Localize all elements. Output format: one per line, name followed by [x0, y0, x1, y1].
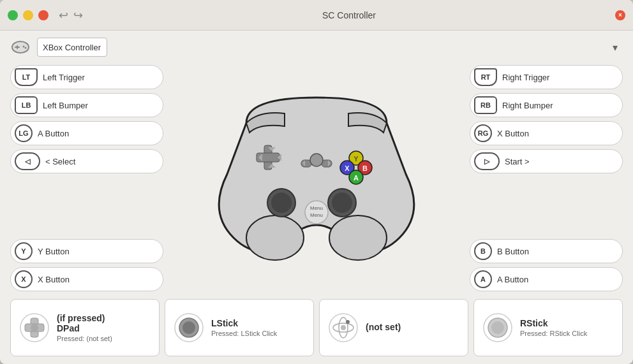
- svg-text:Y: Y: [354, 155, 359, 163]
- start-badge: ▷: [474, 152, 500, 170]
- rstick-text: RStick Pressed: RStick Click: [520, 318, 587, 337]
- bottom-strip: (if pressed)DPad Pressed: (not set) LSti…: [10, 299, 623, 356]
- lb-badge: LB: [15, 96, 38, 114]
- gyro-text: (not set): [366, 322, 401, 333]
- center-panel: Y X B A: [168, 62, 465, 291]
- y-badge: Y: [15, 242, 33, 260]
- svg-text:Menu: Menu: [310, 212, 323, 218]
- svg-point-14: [271, 193, 292, 213]
- maximize-button[interactable]: [23, 10, 33, 20]
- close-button-left[interactable]: [38, 10, 48, 20]
- a-badge: A: [474, 270, 492, 288]
- close-button-right[interactable]: ×: [615, 10, 625, 20]
- a-button-row[interactable]: A A Button: [470, 267, 623, 291]
- dpad-subtitle: Pressed: (not set): [57, 335, 112, 342]
- gyro-title: (not set): [366, 322, 401, 332]
- svg-point-47: [491, 321, 504, 334]
- device-row: XBox Controller: [10, 37, 623, 57]
- lstick-title: LStick: [211, 318, 277, 328]
- rstick-subtitle: Pressed: RStick Click: [520, 330, 587, 337]
- rstick-icon: [482, 312, 514, 344]
- dpad-card[interactable]: (if pressed)DPad Pressed: (not set): [10, 299, 160, 356]
- svg-point-36: [31, 324, 38, 331]
- minimize-button[interactable]: [8, 10, 18, 20]
- lt-badge: LT: [15, 68, 38, 86]
- x-badge: X: [15, 270, 33, 288]
- lb-button-row[interactable]: LB Left Bumper: [10, 93, 163, 117]
- rg-badge: RG: [474, 124, 492, 142]
- gyro-card[interactable]: (not set): [319, 299, 468, 356]
- lstick-subtitle: Pressed: LStick Click: [211, 330, 277, 337]
- svg-point-44: [346, 320, 350, 324]
- svg-point-16: [332, 193, 352, 213]
- start-button-row[interactable]: ▷ Start >: [470, 149, 623, 173]
- svg-text:X: X: [345, 164, 350, 172]
- lb-label: Left Bumper: [43, 101, 88, 110]
- svg-point-43: [341, 325, 346, 330]
- rg-label: X Button: [497, 129, 529, 138]
- rg-button-row[interactable]: RG X Button: [470, 121, 623, 145]
- device-select[interactable]: XBox Controller: [37, 38, 107, 57]
- rt-button-row[interactable]: RT Right Trigger: [470, 65, 623, 89]
- lstick-icon: [173, 312, 205, 344]
- dpad-text: (if pressed)DPad Pressed: (not set): [57, 313, 112, 342]
- app-window: ↩ ↪ SC Controller × XBox Controller: [0, 0, 633, 364]
- dpad-title: (if pressed)DPad: [57, 313, 112, 333]
- start-label: Start >: [505, 157, 530, 166]
- x-label: X Button: [38, 275, 70, 284]
- window-controls: ↩ ↪: [8, 8, 83, 22]
- controller-visual: Y X B A: [208, 62, 425, 291]
- svg-point-3: [23, 46, 25, 48]
- b-button-row[interactable]: B B Button: [470, 239, 623, 263]
- gyro-icon: [327, 312, 359, 344]
- device-select-wrap: XBox Controller: [37, 38, 623, 57]
- rb-badge: RB: [474, 96, 497, 114]
- lstick-card[interactable]: LStick Pressed: LStick Click: [165, 299, 314, 356]
- svg-text:Menu: Menu: [310, 205, 323, 211]
- svg-point-5: [246, 215, 304, 260]
- back-button[interactable]: ↩: [59, 8, 68, 22]
- lstick-text: LStick Pressed: LStick Click: [211, 318, 277, 337]
- svg-point-29: [310, 154, 323, 166]
- svg-rect-2: [15, 47, 20, 48]
- rb-button-row[interactable]: RB Right Bumper: [470, 93, 623, 117]
- x-button-row[interactable]: X X Button: [10, 267, 163, 291]
- lt-label: Left Trigger: [43, 73, 85, 82]
- lg-button-row[interactable]: LG A Button: [10, 121, 163, 145]
- svg-text:A: A: [354, 174, 359, 182]
- main-content: XBox Controller LT Left Trigger LB Left …: [0, 31, 633, 364]
- a-label: A Button: [497, 275, 528, 284]
- left-panel: LT Left Trigger LB Left Bumper LG A Butt…: [10, 62, 163, 291]
- forward-button[interactable]: ↪: [73, 8, 83, 22]
- rstick-title: RStick: [520, 318, 587, 328]
- lt-button-row[interactable]: LT Left Trigger: [10, 65, 163, 89]
- select-button-row[interactable]: ◁ < Select: [10, 149, 163, 173]
- window-title: SC Controller: [83, 10, 615, 20]
- svg-text:B: B: [362, 164, 368, 172]
- main-area: LT Left Trigger LB Left Bumper LG A Butt…: [10, 62, 623, 291]
- rb-label: Right Bumper: [502, 101, 553, 110]
- controller-icon: [10, 37, 31, 57]
- titlebar: ↩ ↪ SC Controller ×: [0, 0, 633, 31]
- y-button-row[interactable]: Y Y Button: [10, 239, 163, 263]
- b-badge: B: [474, 242, 492, 260]
- svg-point-6: [329, 215, 387, 260]
- y-label: Y Button: [38, 247, 70, 256]
- rstick-card[interactable]: RStick Pressed: RStick Click: [473, 299, 623, 356]
- select-label: < Select: [45, 157, 75, 166]
- b-label: B Button: [497, 247, 529, 256]
- dpad-icon: [19, 312, 50, 344]
- lg-badge: LG: [15, 124, 33, 142]
- select-badge: ◁: [15, 152, 40, 170]
- svg-point-4: [25, 47, 27, 49]
- rt-label: Right Trigger: [502, 73, 549, 82]
- lg-label: A Button: [38, 129, 69, 138]
- rt-badge: RT: [474, 68, 497, 86]
- right-panel: RT Right Trigger RB Right Bumper RG X Bu…: [470, 62, 623, 291]
- svg-point-39: [182, 321, 195, 334]
